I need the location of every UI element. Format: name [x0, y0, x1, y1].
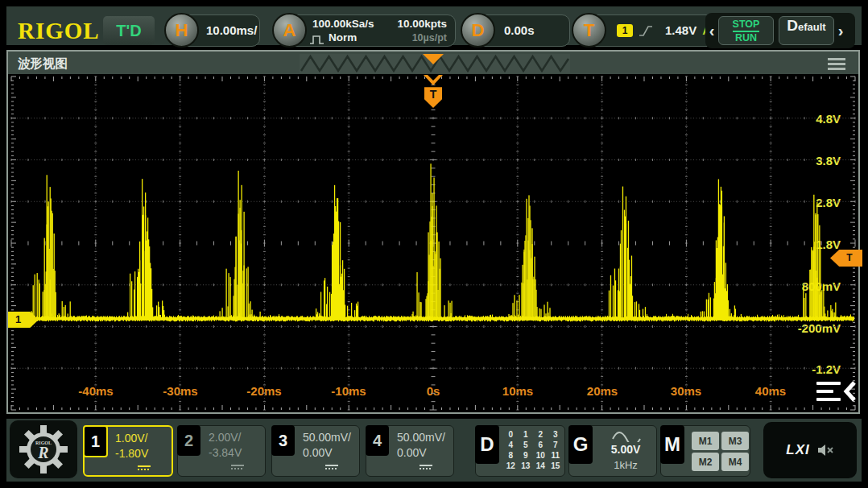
channel2-card[interactable]: 2 2.00V/ -3.84V [177, 425, 266, 477]
channel2-values: 2.00V/ -3.84V [209, 430, 242, 461]
default-button[interactable]: Default [779, 16, 834, 45]
channel2-coupling-icon [231, 465, 244, 469]
waveform-view-title: 波形视图 [18, 56, 68, 72]
math-card[interactable]: M M1 M3 M2 M4 [660, 425, 750, 477]
stop-label: STOP [733, 19, 760, 32]
acquisition-pill[interactable]: 100.00kSa/s Norm 10.00kpts 10µs/pt [287, 14, 456, 47]
channel4-coupling-icon [420, 465, 432, 469]
math-button-grid: M1 M3 M2 M4 [692, 432, 749, 471]
math-label: M [660, 425, 684, 464]
speaker-muted-icon [816, 443, 834, 457]
channel3-scale: 50.00mV/ [303, 430, 351, 445]
digital-channel-grid: 0123 4567 891011 12131415 [503, 430, 563, 471]
waveform-view-header: 波形视图 [8, 52, 858, 76]
time-per-point: 10µs/pt [412, 32, 447, 43]
acquisition-knob[interactable]: A [272, 13, 307, 48]
trigger-source-chip: 1 [617, 24, 633, 37]
sine-icon [611, 429, 643, 442]
channel3-number: 3 [271, 425, 295, 456]
generator-card[interactable]: G 5.00V 1kHz [568, 425, 657, 477]
rigol-gear-logo[interactable]: RIGOL R [10, 420, 77, 478]
menu-icon[interactable] [828, 58, 845, 70]
rigol-logo: RIGOL [18, 18, 100, 44]
rising-edge-icon [638, 23, 654, 38]
channel4-offset: 0.00V [397, 445, 445, 461]
channel1-offset: -1.80V [115, 446, 148, 461]
generator-label: G [568, 425, 593, 464]
channel3-card[interactable]: 3 50.00mV/ 0.00V [271, 425, 360, 477]
lxi-status-panel[interactable]: LXI [763, 422, 857, 478]
sample-rate: 100.00kSa/s [312, 18, 374, 30]
math2-button[interactable]: M2 [692, 453, 719, 471]
collapse-menu-icon[interactable] [816, 380, 862, 406]
waveform-canvas[interactable] [8, 74, 858, 411]
prev-arrow[interactable]: ‹ [705, 22, 718, 40]
memory-depth: 10.00kpts [397, 18, 447, 30]
timebase-value: 10.00ms/ [206, 23, 257, 37]
acq-mode: Norm [329, 31, 357, 43]
run-label: RUN [735, 32, 757, 43]
svg-text:R: R [37, 444, 48, 461]
chann3-offset: 0.00V [303, 445, 351, 461]
trigger-status-badge[interactable]: T'D [103, 16, 155, 45]
default-initial: D [787, 17, 798, 35]
generator-frequency: 1kHz [597, 459, 655, 471]
stop-run-button[interactable]: STOP RUN [718, 16, 774, 45]
channel4-values: 50.00mV/ 0.00V [397, 430, 445, 461]
channel1-card[interactable]: 1 1.00V/ -1.80V [83, 425, 173, 477]
channel4-number: 4 [366, 425, 389, 456]
channel1-scale: 1.00V/ [115, 431, 148, 446]
channel1-number: 1 [83, 425, 108, 457]
gear-icon: RIGOL R [19, 425, 68, 474]
default-rest: efault [798, 21, 826, 33]
digital-channels-card[interactable]: D 0123 4567 891011 12131415 [475, 425, 565, 477]
lxi-label: LXI [786, 442, 809, 458]
channel3-values: 50.00mV/ 0.00V [303, 430, 351, 461]
chevron-left-icon [841, 380, 858, 403]
channel2-number: 2 [177, 425, 200, 456]
run-control-group: ‹ STOP RUN Default › [705, 13, 855, 48]
channel3-coupling-icon [325, 465, 338, 469]
channel2-scale: 2.00V/ [209, 430, 242, 445]
digital-label: D [475, 425, 499, 464]
math3-button[interactable]: M3 [721, 432, 749, 450]
channel1-coupling-icon [138, 465, 151, 470]
pulse-icon [309, 33, 325, 45]
channel4-scale: 50.00mV/ [397, 430, 445, 445]
math1-button[interactable]: M1 [692, 432, 719, 450]
delay-value: 0.00s [504, 23, 535, 37]
generator-voltage: 5.00V [597, 443, 655, 456]
math4-button[interactable]: M4 [721, 453, 749, 471]
channel2-offset: -3.84V [209, 445, 242, 461]
delay-knob[interactable]: D [461, 13, 495, 48]
horizontal-knob[interactable]: H [164, 13, 199, 48]
channel4-card[interactable]: 4 50.00mV/ 0.00V [366, 425, 454, 477]
channel1-values: 1.00V/ -1.80V [115, 431, 148, 461]
next-arrow[interactable]: › [834, 22, 847, 40]
waveform-overview-strip[interactable] [300, 54, 570, 73]
trigger-level-value: 1.48V [665, 23, 696, 37]
trigger-knob[interactable]: T [572, 13, 606, 48]
trigger-pill[interactable]: 1 1.48V A [587, 14, 720, 47]
top-status-bar: RIGOL T'D H 10.00ms/ A 100.00kSa/s Norm … [6, 6, 862, 45]
